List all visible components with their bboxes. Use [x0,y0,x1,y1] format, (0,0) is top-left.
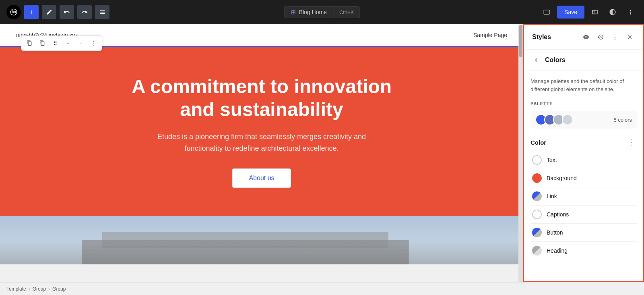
blog-home-label: Blog Home [299,9,327,15]
blog-home-icon: ⊞ [291,9,296,15]
text-color-circle [532,155,542,165]
colors-header: Colors [524,50,643,71]
duplicate-block-button[interactable] [37,37,48,49]
hero-section: A commitment to innovation and sustainab… [0,47,523,216]
panel-body: Manage palettes and the default color of… [524,71,643,281]
device-view-button[interactable] [539,5,554,19]
nav-sample-page: Sample Page [473,32,507,38]
toolbar-center: ⊞ Blog Home Ctrl+K [284,6,360,18]
move-down-button[interactable] [75,37,87,49]
breadcrumb-sep-1: › [29,286,30,292]
color-row-background[interactable]: Background [530,169,637,187]
palette-swatches [535,114,573,125]
color-row-captions[interactable]: Captions [530,206,637,224]
color-row-text[interactable]: Text [530,151,637,169]
button-color-circle [532,228,542,237]
styles-more-button[interactable]: ⋮ [609,31,621,43]
about-us-button[interactable]: About us [232,168,291,188]
panel-header: Styles ⋮ ✕ [524,25,643,50]
block-toolbar: ⠿ ⋮ [21,35,102,51]
image-section [0,216,523,264]
button-color-label: Button [547,229,563,236]
palette-label: PALETTE [530,101,637,106]
background-color-label: Background [547,175,577,181]
styles-close-button[interactable]: ✕ [624,31,635,43]
styles-panel: Styles ⋮ ✕ Colors Manage palettes and th… [523,24,644,282]
color-more-button[interactable]: ⋮ [625,137,637,148]
top-toolbar: + ⊞ Blog Home Ctrl+K Save [0,0,644,24]
wp-logo[interactable] [6,5,21,19]
svg-rect-1 [82,240,409,264]
color-row-button[interactable]: Button [530,224,637,242]
main-area: ⠿ ⋮ ning-bb7c24.instawp.xyz Sample Page … [0,24,644,282]
link-color-circle [532,191,542,201]
color-row-heading[interactable]: Heading [530,242,637,260]
redo-button[interactable] [77,5,92,19]
captions-color-circle [532,210,542,219]
svg-rect-0 [0,216,523,264]
editor-scrollbar[interactable] [518,24,523,282]
shortcut-label: Ctrl+K [339,9,354,15]
toolbar-right: Save [539,5,638,19]
breadcrumb-bar: Template › Group › Group [0,282,644,295]
panel-header-actions: ⋮ ✕ [580,31,635,43]
panel-title: Styles [532,33,551,41]
background-color-circle [532,173,542,183]
save-button[interactable]: Save [557,6,584,19]
editor-area: ⠿ ⋮ ning-bb7c24.instawp.xyz Sample Page … [0,24,523,282]
heading-color-circle [532,246,542,256]
color-row-link[interactable]: Link [530,187,637,206]
breadcrumb-group-2[interactable]: Group [52,286,66,292]
breadcrumb-sep-2: › [48,286,50,292]
shortcut-pill: Ctrl+K [334,6,360,18]
hero-subtitle: Études is a pioneering firm that seamles… [141,131,382,154]
styles-history-button[interactable] [595,31,606,43]
pen-button[interactable] [42,5,56,19]
blog-home-pill[interactable]: ⊞ Blog Home [284,6,334,18]
swatch-lighter [562,114,573,125]
palette-count: 5 colors [613,117,632,123]
heading-color-label: Heading [547,247,568,254]
hero-title: A commitment to innovation and sustainab… [121,75,402,121]
more-options-button[interactable] [623,5,638,19]
scrollbar-thumb[interactable] [519,25,522,57]
undo-button[interactable] [60,5,74,19]
move-up-button[interactable] [62,37,74,49]
list-button[interactable] [95,5,109,19]
breadcrumb-group-1[interactable]: Group [33,286,46,292]
styles-eye-button[interactable] [580,31,592,43]
svg-rect-2 [102,232,388,249]
drag-handle-button[interactable]: ⠿ [50,37,61,49]
color-section-header: Color ⋮ [530,137,637,148]
panel-description: Manage palettes and the default color of… [530,77,637,93]
text-color-label: Text [547,157,557,163]
breadcrumb-template[interactable]: Template [6,286,26,292]
colors-back-button[interactable] [530,54,542,66]
copy-block-button[interactable] [24,37,35,49]
color-section-title: Color [530,139,546,146]
block-more-button[interactable]: ⋮ [88,37,99,49]
captions-color-label: Captions [547,211,569,218]
add-block-button[interactable]: + [24,5,39,19]
colors-title: Colors [545,56,566,64]
split-view-button[interactable] [588,5,602,19]
palette-row[interactable]: 5 colors [530,111,637,129]
link-color-label: Link [547,193,557,199]
contrast-button[interactable] [605,5,620,19]
